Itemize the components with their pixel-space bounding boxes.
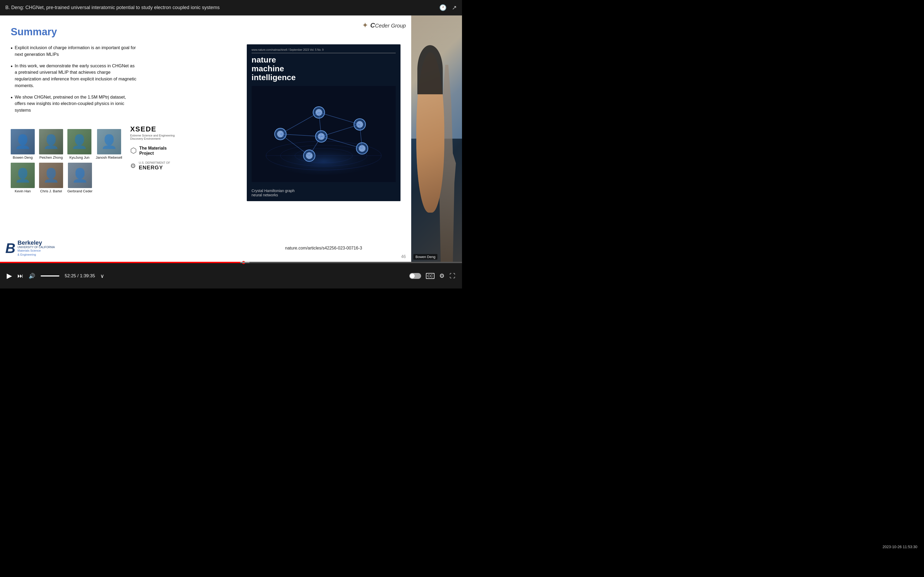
person-silhouette: 👤 bbox=[68, 163, 92, 188]
clock-icon[interactable]: 🕐 bbox=[439, 4, 446, 11]
xsede-title: XSEDE bbox=[130, 125, 157, 133]
person-photo-bowen: 👤 bbox=[11, 129, 35, 155]
video-title: B. Deng: CHGNet, pre-trained universal i… bbox=[5, 5, 439, 10]
slide-area: ✦ CCeder Group Summary • Explicit inclus… bbox=[0, 16, 411, 262]
materials-project-label: The MaterialsProject bbox=[139, 146, 166, 156]
person-photo-gerbrand: 👤 bbox=[68, 163, 92, 188]
person-name-chris: Chris J. Bartel bbox=[40, 189, 62, 193]
berkeley-text: Berkeley UNIVERSITY OF CALIFORNIA Materi… bbox=[18, 240, 55, 256]
bullet-dot: • bbox=[11, 94, 13, 114]
share-icon[interactable]: ↗ bbox=[452, 4, 457, 11]
time-display: 52:25 / 1:39:35 bbox=[65, 273, 95, 279]
speaker-name-badge: Bowen Deng bbox=[414, 254, 438, 259]
fullscreen-button[interactable]: ⛶ bbox=[449, 272, 455, 279]
ceder-group-label: CCeder Group bbox=[370, 22, 406, 29]
play-button[interactable]: ▶ bbox=[7, 272, 12, 280]
person-silhouette: 👤 bbox=[11, 129, 35, 155]
person-photo-chris: 👤 bbox=[39, 163, 63, 188]
berkeley-dept: Materials Science & Engineering bbox=[18, 249, 55, 256]
speaker-panel: Bowen Deng bbox=[411, 16, 462, 262]
doe-label: U.S. DEPARTMENT OF bbox=[139, 161, 170, 164]
berkeley-b-letter: B bbox=[5, 241, 16, 255]
bullet-item-2: • In this work, we demonstrate the early… bbox=[11, 63, 138, 89]
doe-text: U.S. DEPARTMENT OF ENERGY bbox=[139, 161, 170, 171]
pause-toggle[interactable] bbox=[409, 273, 421, 279]
person-photo-kyujung: 👤 bbox=[67, 129, 91, 155]
journal-subtitle: Crystal Hamiltonian graphneural networks bbox=[252, 187, 396, 197]
speaker-video: Bowen Deng bbox=[411, 16, 462, 262]
controls-bar: ▶ ⏭ 🔊 52:25 / 1:39:35 ∨ CC ⚙ ⛶ bbox=[0, 262, 462, 288]
person-name-gerbrand: Gerbrand Ceder bbox=[67, 189, 92, 193]
person-photo-janosh: 👤 bbox=[97, 129, 121, 155]
title-bar-icons: 🕐 ↗ bbox=[439, 4, 457, 11]
person-bowen-deng: 👤 Bowen Deng bbox=[11, 129, 35, 160]
berkeley-sub: UNIVERSITY OF CALIFORNIA bbox=[18, 246, 55, 249]
journal-url: nature.com/articles/s42256-023-00716-3 bbox=[247, 246, 401, 251]
person-photo-peichen: 👤 bbox=[39, 129, 63, 155]
network-svg bbox=[252, 84, 396, 184]
person-name-kyujung: KyuJung Jun bbox=[69, 155, 89, 160]
progress-buffer bbox=[241, 262, 250, 263]
person-peichen-zhong: 👤 Peichen Zhong bbox=[39, 129, 63, 160]
svg-point-17 bbox=[306, 152, 313, 159]
bullet-item-1: • Explicit inclusion of charge informati… bbox=[11, 44, 138, 58]
doe-energy-label: ENERGY bbox=[139, 164, 170, 171]
person-name-janosh: Janosh Riebesell bbox=[96, 155, 122, 160]
title-bar: B. Deng: CHGNet, pre-trained universal i… bbox=[0, 0, 462, 16]
sponsor-xsede: XSEDE Extreme Science and EngineeringDis… bbox=[130, 125, 174, 140]
person-gerbrand-ceder: 👤 Gerbrand Ceder bbox=[67, 163, 92, 193]
xsede-subtitle: Extreme Science and EngineeringDiscovery… bbox=[130, 134, 174, 140]
person-chris-bartel: 👤 Chris J. Bartel bbox=[39, 163, 63, 193]
berkeley-logo: B Berkeley UNIVERSITY OF CALIFORNIA Mate… bbox=[5, 240, 55, 256]
summary-title: Summary bbox=[11, 26, 401, 38]
progress-fill bbox=[0, 262, 244, 263]
volume-icon[interactable]: 🔊 bbox=[29, 273, 35, 279]
bullet-dot: • bbox=[11, 63, 13, 89]
progress-bar[interactable] bbox=[0, 262, 462, 263]
journal-network bbox=[252, 84, 396, 184]
next-button[interactable]: ⏭ bbox=[18, 272, 23, 279]
person-name-kevin: Kevin Han bbox=[15, 189, 31, 193]
person-kevin-han: 👤 Kevin Han bbox=[11, 163, 35, 193]
materials-icon: ⬡ bbox=[130, 146, 137, 155]
toggle-knob bbox=[410, 274, 415, 278]
controls-right: CC ⚙ ⛶ bbox=[409, 272, 455, 279]
journal-cover: www.nature.com/natmachinell / September … bbox=[247, 44, 401, 201]
controls-main: ▶ ⏭ 🔊 52:25 / 1:39:35 ∨ CC ⚙ ⛶ bbox=[0, 263, 462, 288]
controls-left: ▶ ⏭ 🔊 52:25 / 1:39:35 ∨ bbox=[7, 272, 104, 280]
journal-top-bar: www.nature.com/natmachinell / September … bbox=[252, 48, 396, 53]
sponsor-materials-project: ⬡ The MaterialsProject bbox=[130, 146, 174, 156]
people-row-1: 👤 Bowen Deng 👤 Peichen Zhong bbox=[11, 129, 122, 160]
people-grid: 👤 Bowen Deng 👤 Peichen Zhong bbox=[11, 129, 122, 193]
person-silhouette: 👤 bbox=[67, 129, 91, 155]
settings-button[interactable]: ⚙ bbox=[439, 272, 444, 279]
doe-icon: ⚙ bbox=[130, 162, 136, 169]
volume-slider[interactable] bbox=[40, 276, 59, 276]
sponsor-doe: ⚙ U.S. DEPARTMENT OF ENERGY bbox=[130, 161, 174, 171]
bullet-list: • Explicit inclusion of charge informati… bbox=[11, 44, 138, 118]
people-row-2: 👤 Kevin Han 👤 Chris J. Bartel bbox=[11, 163, 122, 193]
person-silhouette: 👤 bbox=[39, 129, 63, 155]
journal-title: nature machine intelligence bbox=[252, 55, 396, 82]
bullet-item-3: • We show CHGNet, pretrained on the 1.5M… bbox=[11, 94, 138, 114]
person-photo-kevin: 👤 bbox=[11, 163, 35, 188]
person-silhouette: 👤 bbox=[97, 129, 121, 155]
person-janosh-riebesell: 👤 Janosh Riebesell bbox=[96, 129, 122, 160]
sponsors: XSEDE Extreme Science and EngineeringDis… bbox=[130, 125, 174, 171]
cc-button[interactable]: CC bbox=[426, 273, 435, 279]
person-silhouette: 👤 bbox=[11, 163, 35, 188]
ceder-logo: ✦ CCeder Group bbox=[362, 21, 406, 30]
chapters-button[interactable]: ∨ bbox=[100, 273, 104, 279]
bullet-dot: • bbox=[11, 44, 13, 58]
berkeley-name: Berkeley bbox=[18, 240, 55, 246]
person-silhouette: 👤 bbox=[39, 163, 63, 188]
main-area: ✦ CCeder Group Summary • Explicit inclus… bbox=[0, 16, 462, 262]
person-name-bowen: Bowen Deng bbox=[13, 155, 32, 160]
ceder-star-icon: ✦ bbox=[362, 21, 368, 30]
person-name-peichen: Peichen Zhong bbox=[39, 155, 63, 160]
page-number: 46 bbox=[401, 254, 406, 259]
person-kyujung-jun: 👤 KyuJung Jun bbox=[67, 129, 91, 160]
